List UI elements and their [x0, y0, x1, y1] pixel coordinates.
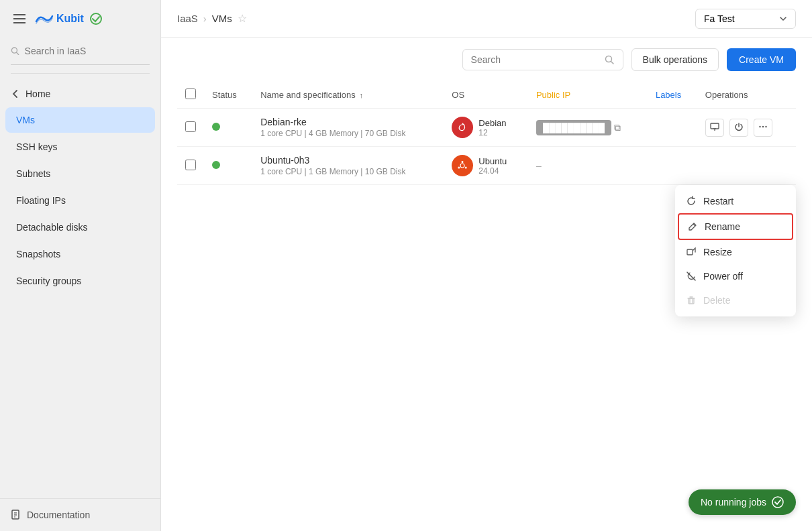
svg-point-25: [772, 497, 783, 508]
topbar: IaaS › VMs ☆ Fa Test: [161, 0, 812, 38]
doc-icon: [11, 510, 21, 520]
sidebar-item-vms[interactable]: VMs: [5, 107, 155, 133]
os-info: Ubuntu 24.04: [452, 155, 520, 176]
sidebar-search-input[interactable]: [25, 43, 150, 59]
home-back-icon: [11, 89, 20, 99]
dropdown-delete: Delete: [675, 288, 796, 312]
monitor-icon: [710, 122, 719, 131]
copy-icon[interactable]: ⧉: [614, 122, 621, 133]
row-status-cell: [204, 147, 252, 185]
vm-specs: 1 core CPU | 1 GB Memory | 10 GB Disk: [260, 167, 436, 176]
row-os-cell: Ubuntu 24.04: [444, 147, 528, 185]
os-name: Debian: [478, 118, 506, 128]
sidebar-item-snapshots[interactable]: Snapshots: [5, 241, 155, 267]
sidebar-item-label-security-groups: Security groups: [16, 276, 81, 286]
os-info: Debian 12: [452, 117, 520, 138]
vm-specs: 1 core CPU | 4 GB Memory | 70 GB Disk: [260, 129, 436, 138]
power-button[interactable]: [729, 119, 748, 137]
documentation-link[interactable]: Documentation: [11, 510, 150, 520]
breadcrumb: IaaS › VMs ☆: [177, 12, 247, 25]
sidebar-search-area: [0, 38, 160, 70]
bulk-operations-button[interactable]: Bulk operations: [631, 48, 719, 71]
sidebar-search-icon: [11, 46, 19, 56]
app-title: Kubit: [56, 13, 84, 25]
sidebar-item-subnets[interactable]: Subnets: [5, 161, 155, 186]
sidebar-nav: Home VMs SSH keys Subnets Floating IPs D…: [0, 76, 160, 498]
sidebar-divider: [11, 73, 150, 74]
public-ip-column-header: Public IP: [528, 82, 648, 109]
console-button[interactable]: [705, 119, 724, 137]
no-ip: –: [536, 160, 542, 171]
svg-point-14: [762, 125, 764, 127]
dropdown-resize[interactable]: Resize: [675, 240, 796, 264]
svg-rect-22: [687, 249, 693, 255]
dropdown-rename-label: Rename: [705, 221, 740, 232]
vm-name: Debian-rke: [260, 117, 436, 127]
select-all-checkbox[interactable]: [185, 88, 196, 99]
row-name-cell: Ubuntu-0h3 1 core CPU | 1 GB Memory | 10…: [252, 147, 444, 185]
breadcrumb-separator: ›: [203, 13, 207, 24]
row-checkbox[interactable]: [185, 160, 196, 170]
chevron-down-icon: [779, 15, 787, 23]
checkmark-circle-icon: [772, 496, 784, 508]
table-row: Debian-rke 1 core CPU | 4 GB Memory | 70…: [177, 109, 796, 147]
sidebar-item-ssh-keys[interactable]: SSH keys: [5, 134, 155, 160]
operations-icons: [705, 119, 788, 137]
svg-rect-10: [711, 123, 719, 129]
svg-point-13: [759, 125, 760, 127]
delete-icon: [686, 295, 697, 306]
row-checkbox[interactable]: [185, 121, 196, 132]
svg-rect-24: [689, 298, 694, 304]
dropdown-restart-label: Restart: [703, 196, 733, 206]
workspace-selector[interactable]: Fa Test: [695, 9, 796, 29]
vm-table: Status Name and specifications ↑ OS Publ…: [177, 82, 796, 185]
more-options-button[interactable]: [754, 119, 772, 137]
dropdown-delete-label: Delete: [703, 295, 730, 306]
power-icon: [734, 122, 744, 131]
sidebar-item-detachable-disks[interactable]: Detachable disks: [5, 215, 155, 240]
dots-icon: [758, 122, 768, 131]
debian-os-icon: [452, 117, 473, 138]
sidebar-home-link[interactable]: Home: [0, 82, 160, 106]
row-ops-cell: [697, 109, 796, 147]
os-version: 24.04: [478, 166, 507, 176]
ubuntu-os-icon: [452, 155, 473, 176]
resize-icon: [686, 247, 697, 257]
svg-point-20: [458, 167, 460, 169]
row-labels-cell: [648, 147, 697, 185]
sidebar-item-floating-ips[interactable]: Floating IPs: [5, 188, 155, 213]
sidebar-header: Kubit: [0, 0, 160, 38]
svg-line-8: [611, 62, 613, 64]
sidebar-item-label-ssh-keys: SSH keys: [16, 141, 57, 152]
row-status-cell: [204, 109, 252, 147]
status-indicator: [212, 161, 220, 169]
dropdown-power-off[interactable]: Power off: [675, 264, 796, 288]
row-ip-cell: –: [528, 147, 648, 185]
favorite-star-icon[interactable]: ☆: [238, 12, 247, 25]
name-specs-column-header[interactable]: Name and specifications ↑: [252, 82, 444, 109]
context-menu: Restart Rename Resize: [675, 185, 796, 316]
table-row: Ubuntu-0h3 1 core CPU | 1 GB Memory | 10…: [177, 147, 796, 185]
sidebar-item-security-groups[interactable]: Security groups: [5, 268, 155, 294]
svg-point-19: [465, 167, 467, 169]
row-checkbox-cell: [177, 147, 204, 185]
rename-icon: [687, 221, 698, 232]
search-input[interactable]: [471, 54, 599, 65]
create-vm-button[interactable]: Create VM: [727, 48, 796, 71]
ip-badge: ██████████: [536, 120, 611, 135]
dropdown-rename[interactable]: Rename: [678, 213, 793, 240]
hamburger-menu-button[interactable]: [11, 11, 28, 26]
status-column-header: Status: [204, 82, 252, 109]
dropdown-resize-label: Resize: [703, 247, 732, 257]
status-indicator: [212, 123, 220, 131]
select-all-header: [177, 82, 204, 109]
vm-name: Ubuntu-0h3: [260, 155, 436, 166]
dropdown-restart[interactable]: Restart: [675, 189, 796, 213]
no-running-jobs-label: No running jobs: [701, 497, 766, 508]
svg-point-15: [765, 125, 766, 127]
row-os-cell: Debian 12: [444, 109, 528, 147]
sidebar: Kubit Home VMs SSH key: [0, 0, 161, 531]
power-off-icon: [686, 271, 697, 282]
os-version: 12: [478, 128, 506, 137]
row-name-cell: Debian-rke 1 core CPU | 4 GB Memory | 70…: [252, 109, 444, 147]
